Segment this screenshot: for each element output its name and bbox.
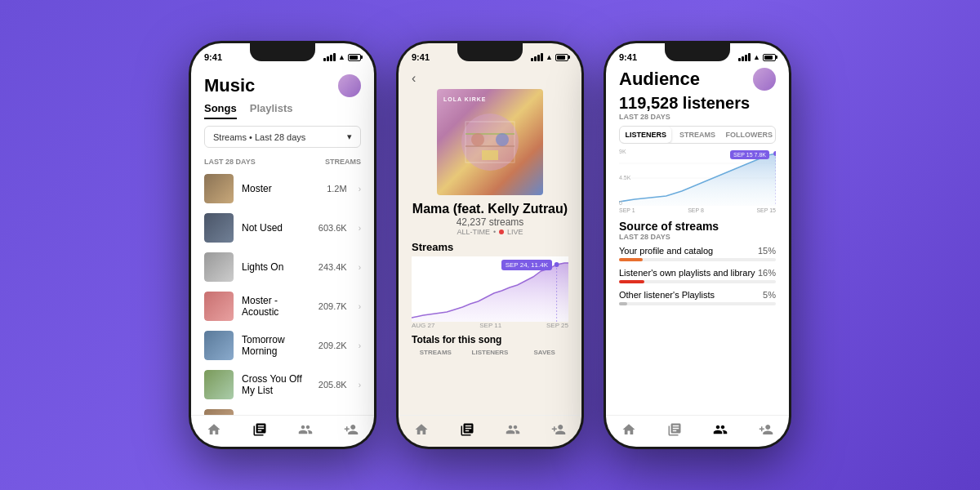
song-thumbnail (204, 213, 234, 243)
filter-dropdown[interactable]: Streams • Last 28 days ▾ (204, 126, 361, 148)
battery-icon (348, 54, 361, 61)
totals-section: Totals for this song STREAMS LISTENERS S… (412, 334, 568, 356)
wifi-icon: ▲ (546, 53, 553, 61)
tab-playlists[interactable]: Playlists (250, 102, 293, 119)
x-label-2: SEP 11 (479, 322, 501, 329)
song-detail-content: ‹ LOLA KIRKE (399, 68, 581, 415)
avatar[interactable] (753, 68, 776, 91)
source-last28: LAST 28 DAYS (619, 233, 776, 241)
bottom-nav (191, 415, 374, 447)
tab-listeners[interactable]: LISTENERS (620, 127, 671, 143)
song-thumbnail (204, 174, 234, 203)
time: 9:41 (204, 52, 222, 62)
source-bar-1 (619, 280, 644, 283)
song-streams: 1.2M (327, 184, 346, 194)
song-thumbnail (204, 252, 234, 282)
list-item[interactable]: Moster - Acoustic 209.7K › (191, 287, 374, 326)
song-name: Tomorrow Morning (242, 334, 310, 357)
audience-chart: SEP 15 7.8K 9K 4.5K 0 (619, 149, 776, 206)
list-item[interactable]: Moster 1.2M › (191, 169, 374, 208)
time: 9:41 (619, 52, 637, 62)
total-streams: STREAMS (412, 349, 460, 356)
nav-person-add[interactable] (344, 422, 359, 437)
notch (665, 43, 730, 61)
phone-music: 9:41 ▲ Music Songs Playlists (189, 41, 376, 449)
phone-song-detail: 9:41 ▲ ‹ LOLA KIRKE (396, 41, 584, 449)
chevron-right-icon: › (359, 185, 361, 194)
total-streams-label: STREAMS (412, 349, 460, 356)
chevron-right-icon: › (359, 302, 361, 311)
x-label-3: SEP 15 (756, 207, 776, 213)
nav-library[interactable] (667, 422, 682, 437)
list-item[interactable]: Lights On 243.4K › (191, 247, 374, 287)
stream-count: 42,237 streams (412, 216, 568, 228)
notch (457, 43, 523, 61)
battery-icon (763, 54, 776, 61)
streams-label: Streams (412, 241, 568, 253)
signal-icon (738, 53, 751, 61)
nav-home[interactable] (621, 422, 636, 437)
nav-person-add[interactable] (551, 422, 566, 437)
nav-library[interactable] (252, 422, 267, 437)
source-pct-0: 15% (758, 246, 776, 256)
list-item[interactable]: Tomorrow Morning 209.2K › (191, 326, 374, 365)
total-saves-label: SAVES (520, 349, 568, 356)
chart-x-labels: SEP 1 SEP 8 SEP 15 (619, 207, 776, 213)
source-bar-0 (619, 258, 643, 261)
tab-followers[interactable]: FOLLOWERS (724, 127, 775, 143)
song-info: Cross You Off My List (242, 373, 310, 396)
svg-rect-7 (482, 150, 498, 160)
album-art: LOLA KIRKE (437, 89, 543, 195)
nav-people[interactable] (506, 422, 520, 437)
song-info: Moster - Acoustic (242, 295, 310, 318)
song-info: Tomorrow Morning (242, 334, 310, 357)
nav-person-add[interactable] (759, 422, 773, 437)
alltime-label: ALL-TIME (457, 228, 490, 236)
svg-point-5 (471, 133, 484, 146)
list-item[interactable]: Baby Butt 144.6K › (191, 404, 374, 415)
audience-header: Audience (619, 68, 776, 91)
streams-chart: SEP 24, 11.4K (412, 256, 568, 322)
tab-songs[interactable]: Songs (204, 102, 237, 119)
source-title: Source of streams (619, 220, 776, 233)
live-badge: ALL-TIME • LIVE (412, 228, 568, 236)
totals-title: Totals for this song (412, 334, 568, 345)
live-dot (499, 229, 504, 234)
total-saves: SAVES (520, 349, 568, 356)
notch (250, 43, 315, 61)
list-item[interactable]: Cross You Off My List 205.8K › (191, 365, 374, 404)
nav-home[interactable] (414, 422, 429, 437)
source-bar-bg-1 (619, 280, 776, 283)
back-button[interactable]: ‹ (412, 68, 568, 89)
list-item[interactable]: Not Used 603.6K › (191, 208, 374, 247)
nav-library[interactable] (460, 422, 474, 437)
avatar[interactable] (338, 74, 361, 97)
x-label-1: SEP 1 (619, 207, 635, 213)
page-title: Music (204, 75, 255, 96)
song-name: Not Used (242, 222, 310, 234)
song-name: Moster - Acoustic (242, 295, 310, 318)
song-streams: 243.4K (318, 262, 347, 272)
song-list: Moster 1.2M › Not Used 603.6K › Li (191, 169, 374, 415)
list-header-left: LAST 28 DAYS (204, 158, 256, 166)
nav-people[interactable] (298, 422, 313, 437)
last-28-label: LAST 28 DAYS (619, 113, 776, 121)
battery-icon (555, 54, 568, 61)
phone-audience: 9:41 ▲ Audience 119,528 listeners (604, 41, 791, 449)
source-bar-2 (619, 302, 627, 305)
source-bar-bg-2 (619, 302, 776, 305)
chart-tooltip: SEP 15 7.8K (730, 150, 769, 159)
chart-tooltip: SEP 24, 11.4K (501, 260, 552, 270)
source-name-2: Other listener's Playlists (619, 290, 715, 300)
x-label-2: SEP 8 (688, 207, 704, 213)
song-streams: 209.2K (318, 341, 347, 350)
nav-home[interactable] (207, 422, 221, 437)
wifi-icon: ▲ (338, 53, 345, 61)
song-thumbnail (204, 331, 234, 360)
source-pct-2: 5% (763, 290, 776, 300)
nav-people[interactable] (713, 422, 728, 437)
listeners-count: 119,528 listeners (619, 94, 776, 113)
totals-columns: STREAMS LISTENERS SAVES (412, 349, 568, 356)
tab-streams[interactable]: STREAMS (671, 127, 723, 143)
status-icons: ▲ (738, 53, 776, 61)
